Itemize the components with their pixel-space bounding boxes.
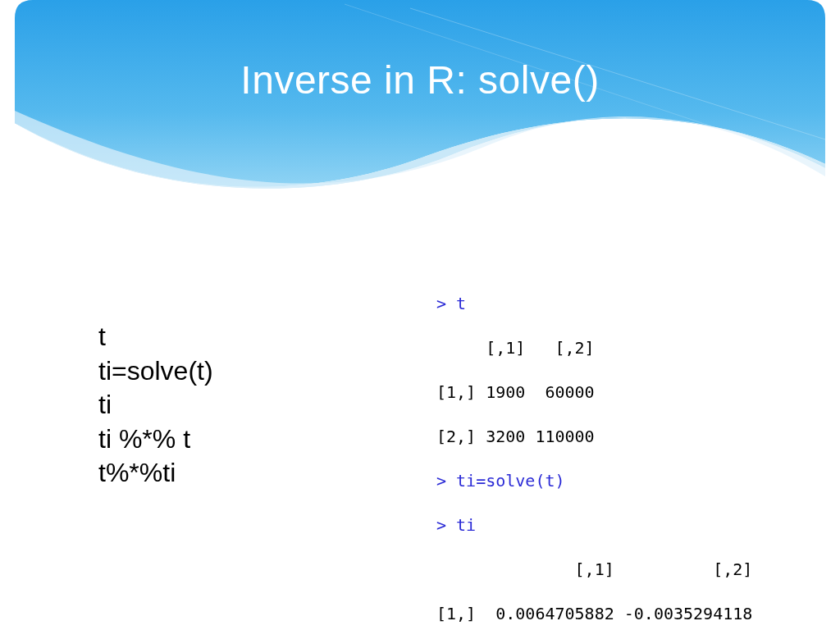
code-line: t [98,320,420,354]
console-output: [1,] 0.0064705882 -0.0035294118 [436,603,840,625]
console-output: [1,] 1900 60000 [436,381,840,404]
code-line: ti [98,388,420,422]
slide-banner: Inverse in R: solve() [0,0,840,213]
console-prompt: > t [436,293,840,315]
slide-title: Inverse in R: solve() [0,57,840,103]
slide-content: t ti=solve(t) ti ti %*% t t%*%ti > t [,1… [0,271,840,630]
code-commands-list: t ti=solve(t) ti ti %*% t t%*%ti [0,271,420,630]
r-console-output: > t [,1] [,2] [1,] 1900 60000 [2,] 3200 … [420,271,840,630]
console-output: [2,] 3200 110000 [436,426,840,448]
code-line: ti %*% t [98,422,420,457]
code-line: ti=solve(t) [98,354,420,389]
console-prompt: > ti [436,514,840,536]
banner-svg [0,0,840,213]
console-output: [,1] [,2] [436,559,840,581]
console-output: [,1] [,2] [436,337,840,359]
code-line: t%*%ti [98,456,420,491]
console-prompt: > ti=solve(t) [436,470,840,492]
